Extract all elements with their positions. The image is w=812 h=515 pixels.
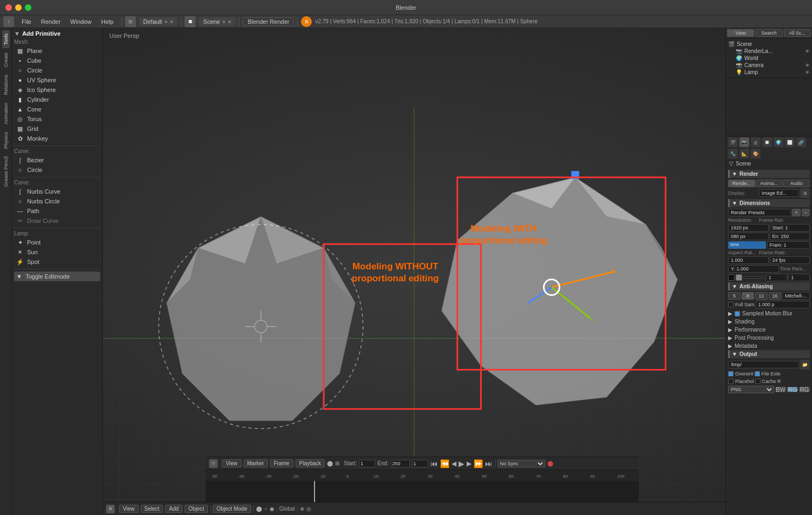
view-button[interactable]: View [119,505,139,513]
prev-key-btn[interactable]: ◀ [451,460,456,467]
select-button[interactable]: Select [141,505,163,513]
sampled-motion-blur-row[interactable]: ▶ Sampled Motion Blur [728,309,810,318]
workspace-tab[interactable]: Default + × [139,17,178,26]
vtab-relations[interactable]: Relations [2,71,10,98]
engine-button[interactable]: Blender Render [243,17,294,26]
primitive-cube[interactable]: ▪ Cube [14,56,100,65]
object-button[interactable]: Object [185,505,208,513]
lamp-eye[interactable]: 👁 [805,70,810,75]
display-value[interactable]: Image Ed... [759,189,799,197]
rg-btn[interactable]: RG [787,387,798,392]
percent-bar[interactable]: 50% [728,241,766,249]
toggle-editmode-btn[interactable]: ▼ Toggle Editmode [14,272,100,281]
timeline-ruler[interactable]: -50 -40 -30 -20 -10 0 10 20 30 40 50 60 … [206,470,639,481]
object-mode-dropdown[interactable]: Object Mode [213,505,251,513]
prev-frame-btn[interactable]: ⏪ [440,459,449,468]
playhead[interactable] [314,481,315,505]
aa-collapse-arrow[interactable]: ▼ [732,283,737,289]
aa-5[interactable]: 5 [728,292,741,300]
end-frame-field[interactable]: En: 250 [770,233,810,240]
primitive-path[interactable]: — Path [14,206,100,216]
allscenes-tab[interactable]: All Sc... [784,29,811,37]
render-anim-tab[interactable]: Anima... [756,180,783,187]
start-frame-field[interactable]: Start: 1 [770,224,810,232]
aa-11[interactable]: 11 [755,292,768,300]
solid-mode-icon[interactable]: ⬤ [256,506,262,512]
aa-filter[interactable]: Mitchell-... [782,292,810,300]
rgba-btn[interactable]: RG [799,387,810,392]
aa-8[interactable]: 8 [742,292,754,300]
fullsample-value[interactable]: 1.000 p [756,301,810,308]
file-menu[interactable]: File [17,17,36,26]
primitive-nurbs-circle[interactable]: ○ Nurbs Circle [14,196,100,206]
primitive-curve-circle[interactable]: ○ Circle [14,165,100,175]
preset-remove-btn[interactable]: − [802,209,810,216]
format-select[interactable]: PNG JPEG OpenEXR [728,386,774,393]
render-collapse-arrow[interactable]: ▼ [732,171,737,177]
framerate-field[interactable]: 24 fps [770,256,810,264]
timeline-bar[interactable] [206,481,639,505]
output-collapse-arrow[interactable]: ▼ [732,351,737,357]
vtab-grease-pencil[interactable]: Grease Pencil [2,153,10,190]
render-menu[interactable]: Render [37,17,65,26]
metadata-row[interactable]: ▶ Metadata [728,342,810,350]
render-presets-btn[interactable]: Render Presets [728,209,791,216]
res-x-field[interactable]: 1920 px [728,224,769,232]
primitive-bezier[interactable]: ∫ Bezier [14,155,100,165]
scene-tab[interactable]: Scene + × [199,17,235,26]
vtab-tools[interactable]: Tools [2,30,10,48]
modifier-prop-icon[interactable]: 🔧 [728,149,738,159]
placeholder-checkbox[interactable] [728,379,734,384]
primitive-draw-curve[interactable]: ✏ Draw Curve [14,216,100,226]
timeline-marker-btn[interactable]: Marker [244,459,268,467]
post-processing-row[interactable]: ▶ Post Processing [728,334,810,342]
vtab-physics[interactable]: Physics [2,129,10,152]
record-icon[interactable]: ⬤ [547,460,553,466]
search-tab[interactable]: Search [755,29,782,37]
outliner-world[interactable]: 🌍 World [728,55,810,62]
close-workspace-icon[interactable]: × [170,18,173,25]
primitive-spot[interactable]: ⚡ Spot [14,257,100,267]
help-menu[interactable]: Help [97,17,118,26]
current-frame-input[interactable] [412,460,428,467]
jump-end-btn[interactable]: ⏭ [485,459,493,468]
scene-icon[interactable]: 🔲 [185,16,195,27]
jump-start-btn[interactable]: ⏮ [430,459,438,468]
info-icon[interactable]: i [3,16,14,27]
viewport-3d[interactable]: User Persp [103,28,725,515]
output-folder-icon[interactable]: 📁 [800,360,810,369]
wire-mode-icon[interactable]: ○ [264,506,267,512]
end-frame-input[interactable] [391,460,410,467]
sync-select[interactable]: No Sync Frame Dropping Sync to Audio [497,460,545,467]
bw-btn[interactable]: BW [775,387,786,392]
minimize-button[interactable] [15,4,22,11]
timeline-frame-btn[interactable]: Frame [270,459,293,467]
primitive-circle[interactable]: ○ Circle [14,65,100,75]
aspect-y-field[interactable]: Y: 1.000 [728,265,779,273]
workspace-icon[interactable]: ⊞ [125,16,136,27]
fileext-checkbox[interactable] [755,371,760,377]
outliner-lamp[interactable]: 💡 Lamp 👁 [728,69,810,76]
display-icon[interactable]: ⊞ [800,188,810,198]
scene-prop-icon[interactable]: 🎬 [728,137,738,147]
renderla-eye[interactable]: 👁 [805,49,810,54]
performance-row[interactable]: ▶ Performance [728,326,810,334]
view-tab[interactable]: View [727,29,754,37]
preset-add-btn[interactable]: + [792,209,800,216]
vtab-animation[interactable]: Animation [2,100,10,128]
color-picker2[interactable] [736,274,742,281]
maximize-button[interactable] [25,4,31,11]
material-prop-icon[interactable]: 🎨 [751,149,761,159]
cacher-checkbox[interactable] [755,379,761,384]
next-key-btn[interactable]: ▶ [467,460,472,467]
add-button[interactable]: Add [165,505,182,513]
start-frame-input[interactable] [359,460,375,467]
render-audio-tab[interactable]: Audio [783,180,810,187]
world-prop-icon[interactable]: 🌍 [774,137,783,147]
window-menu[interactable]: Window [66,17,96,26]
primitive-nurbs-curve[interactable]: ∫ Nurbs Curve [14,187,100,196]
primitive-cylinder[interactable]: ▮ Cylinder [14,95,100,104]
vtab-create[interactable]: Create [2,49,10,70]
close-button[interactable] [5,4,12,11]
view-prop-icon[interactable]: 🔲 [762,137,772,147]
